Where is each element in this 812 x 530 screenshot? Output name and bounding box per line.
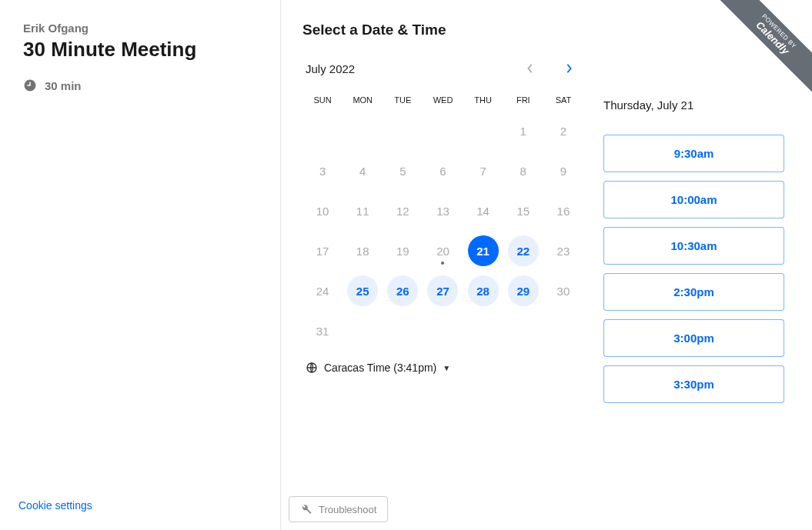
- timeslot-button[interactable]: 9:30am: [603, 135, 784, 172]
- day-2: 2: [548, 115, 579, 146]
- day-27[interactable]: 27: [427, 275, 458, 306]
- timeslot-button[interactable]: 3:30pm: [603, 365, 784, 403]
- weekday-label: MON: [343, 91, 383, 109]
- weekday-label: THU: [463, 91, 503, 109]
- day-cell: 29: [503, 274, 543, 308]
- day-6: 6: [427, 155, 458, 186]
- timezone-label: Caracas Time (3:41pm): [324, 362, 436, 374]
- day-cell: 3: [302, 154, 343, 188]
- chevron-right-icon: [565, 63, 573, 74]
- weekday-label: FRI: [503, 91, 543, 109]
- day-1: 1: [508, 115, 539, 146]
- day-28[interactable]: 28: [468, 275, 499, 306]
- day-cell: 19: [383, 234, 423, 268]
- duration-row: 30 min: [23, 78, 257, 92]
- chevron-left-icon: [526, 63, 534, 74]
- day-9: 9: [548, 155, 579, 186]
- day-cell: 21: [463, 234, 503, 268]
- day-19: 19: [387, 235, 418, 266]
- day-21[interactable]: 21: [468, 235, 499, 266]
- day-cell: 30: [543, 274, 583, 308]
- day-15: 15: [508, 195, 539, 226]
- prev-month-button[interactable]: [519, 57, 542, 80]
- selected-date-label: Thursday, July 21: [603, 98, 784, 112]
- day-11: 11: [347, 195, 378, 226]
- day-cell: 28: [463, 274, 503, 308]
- timezone-selector[interactable]: Caracas Time (3:41pm) ▼: [302, 362, 583, 374]
- month-label: July 2022: [306, 62, 355, 75]
- day-cell: 4: [343, 154, 383, 188]
- troubleshoot-label: Troubleshoot: [319, 504, 376, 515]
- day-18: 18: [347, 235, 378, 266]
- day-20: 20: [427, 235, 458, 266]
- duration-label: 30 min: [45, 79, 82, 92]
- troubleshoot-button[interactable]: Troubleshoot: [289, 496, 388, 522]
- day-cell: 15: [503, 194, 543, 228]
- host-name: Erik Ofgang: [23, 22, 257, 35]
- day-cell: 20: [423, 234, 463, 268]
- day-cell: 31: [302, 314, 343, 348]
- day-blank: [343, 114, 383, 148]
- timeslot-button[interactable]: 10:30am: [603, 227, 784, 265]
- calendar-section: July 2022 SUNMONTUEWEDTHUFRISAT 12345678…: [302, 57, 583, 403]
- day-cell: 10: [302, 194, 343, 228]
- day-24: 24: [307, 275, 338, 306]
- day-22[interactable]: 22: [508, 235, 539, 266]
- day-13: 13: [427, 195, 458, 226]
- next-month-button[interactable]: [557, 57, 580, 80]
- day-cell: 1: [503, 114, 543, 148]
- day-4: 4: [347, 155, 378, 186]
- day-cell: 5: [383, 154, 423, 188]
- day-23: 23: [548, 235, 579, 266]
- day-cell: 7: [463, 154, 503, 188]
- meeting-title: 30 Minute Meeting: [23, 38, 257, 62]
- day-7: 7: [468, 155, 499, 186]
- day-cell: 11: [343, 194, 383, 228]
- weekday-label: TUE: [383, 91, 423, 109]
- timeslot-section: Thursday, July 21 9:30am10:00am10:30am2:…: [603, 57, 784, 403]
- day-5: 5: [387, 155, 418, 186]
- timeslot-button[interactable]: 10:00am: [603, 181, 784, 218]
- day-26[interactable]: 26: [387, 275, 418, 306]
- day-cell: 6: [423, 154, 463, 188]
- day-cell: 26: [383, 274, 423, 308]
- day-3: 3: [307, 155, 338, 186]
- meeting-info-panel: Erik Ofgang 30 Minute Meeting 30 min Coo…: [0, 0, 281, 530]
- day-blank: [302, 114, 343, 148]
- today-indicator: [441, 262, 444, 265]
- weekday-label: SAT: [543, 91, 583, 109]
- globe-icon: [306, 362, 318, 374]
- timeslot-button[interactable]: 2:30pm: [603, 273, 784, 311]
- day-cell: 13: [423, 194, 463, 228]
- day-cell: 12: [383, 194, 423, 228]
- day-12: 12: [387, 195, 418, 226]
- day-25[interactable]: 25: [347, 275, 378, 306]
- day-cell: 25: [343, 274, 383, 308]
- day-29[interactable]: 29: [508, 275, 539, 306]
- clock-icon: [23, 78, 37, 92]
- day-14: 14: [468, 195, 499, 226]
- day-cell: 8: [503, 154, 543, 188]
- timeslot-button[interactable]: 3:00pm: [603, 319, 784, 357]
- day-blank: [383, 114, 423, 148]
- day-cell: 2: [543, 114, 583, 148]
- weekday-label: WED: [423, 91, 463, 109]
- day-cell: 18: [343, 234, 383, 268]
- day-cell: 9: [543, 154, 583, 188]
- day-blank: [423, 114, 463, 148]
- day-8: 8: [508, 155, 539, 186]
- day-16: 16: [548, 195, 579, 226]
- chevron-down-icon: ▼: [443, 364, 450, 372]
- day-31: 31: [307, 315, 338, 346]
- scheduler-panel: Select a Date & Time July 2022 SUNMONTUE…: [281, 0, 812, 530]
- day-10: 10: [307, 195, 338, 226]
- day-cell: 22: [503, 234, 543, 268]
- day-cell: 27: [423, 274, 463, 308]
- weekday-label: SUN: [302, 91, 343, 109]
- cookie-settings-link[interactable]: Cookie settings: [18, 499, 92, 512]
- day-blank: [463, 114, 503, 148]
- day-cell: 16: [543, 194, 583, 228]
- day-cell: 17: [302, 234, 343, 268]
- day-17: 17: [307, 235, 338, 266]
- day-cell: 14: [463, 194, 503, 228]
